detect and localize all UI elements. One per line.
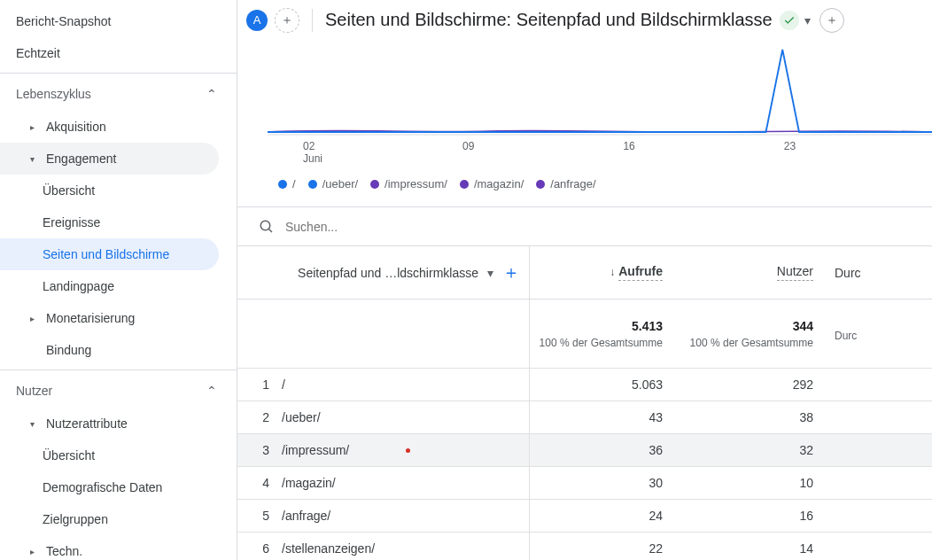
- row-nutzer: 16: [680, 509, 831, 523]
- chevron-up-icon: ⌃: [206, 384, 217, 398]
- row-path: /stellenanzeigen/: [282, 533, 530, 560]
- collapse-icon: ▾: [30, 419, 41, 429]
- chevron-down-icon[interactable]: ▾: [487, 266, 493, 280]
- divider: [0, 73, 237, 74]
- sidebar-item-realtime[interactable]: Echtzeit: [0, 37, 219, 69]
- chevron-down-icon[interactable]: ▾: [804, 13, 811, 27]
- main: A ＋ Seiten und Bildschirme: Seitenpfad u…: [237, 0, 932, 560]
- dimension-label: Seitenpfad und …ldschirmklasse: [298, 266, 478, 280]
- row-aufrufe: 43: [530, 410, 680, 424]
- topbar: A ＋ Seiten und Bildschirme: Seitenpfad u…: [237, 0, 932, 41]
- sort-desc-icon: ↓: [610, 266, 615, 278]
- row-aufrufe: 5.063: [530, 377, 680, 392]
- row-index: 2: [237, 410, 282, 424]
- sidebar-item-overview[interactable]: Übersicht: [0, 175, 219, 206]
- table-row[interactable]: 3/impressum/3632: [237, 434, 932, 467]
- table-row[interactable]: 2/ueber/4338: [237, 401, 932, 434]
- row-path: /ueber/: [282, 401, 530, 433]
- chart-legend: //ueber//impressum//magazin//anfrage/: [268, 165, 932, 199]
- column-header-extra[interactable]: Durc: [831, 266, 893, 280]
- sidebar-item-events[interactable]: Ereignisse: [0, 206, 219, 238]
- search-input[interactable]: [285, 220, 932, 234]
- sidebar-item-report-snapshot[interactable]: Bericht-Snapshot: [0, 5, 219, 37]
- legend-item[interactable]: /magazin/: [460, 177, 524, 191]
- line-chart: [268, 41, 932, 138]
- row-nutzer: 292: [680, 377, 831, 392]
- page-title: Seiten und Bildschirme: Seitenpfad und B…: [325, 10, 773, 30]
- sidebar-item-demographics[interactable]: Demografische Daten: [0, 471, 219, 503]
- sidebar-item-landingpage[interactable]: Landingpage: [0, 270, 219, 302]
- divider: [312, 9, 313, 32]
- legend-item[interactable]: /impressum/: [370, 177, 447, 191]
- verified-icon[interactable]: [780, 11, 799, 30]
- row-nutzer: 38: [680, 410, 831, 424]
- row-nutzer: 10: [680, 476, 831, 490]
- table-row[interactable]: 1/5.063292: [237, 369, 932, 401]
- row-aufrufe: 30: [530, 476, 680, 490]
- search-row: [237, 207, 932, 246]
- chart-x-axis: 02 Juni 09 16 23: [268, 140, 932, 165]
- row-index: 1: [237, 377, 282, 392]
- sidebar-item-tech[interactable]: ▸Techn.: [0, 535, 219, 560]
- row-aufrufe: 22: [530, 541, 680, 556]
- summary-row: 5.413 100 % der Gesamtsumme 344 100 % de…: [237, 299, 932, 369]
- sidebar-item-monetization[interactable]: ▸Monetarisierung: [0, 302, 219, 334]
- row-path: /magazin/: [282, 467, 530, 499]
- sidebar: Bericht-Snapshot Echtzeit Lebenszyklus ⌃…: [0, 0, 237, 560]
- legend-item[interactable]: /anfrage/: [536, 177, 595, 191]
- column-header-aufrufe[interactable]: ↓Aufrufe: [530, 264, 680, 281]
- row-aufrufe: 24: [530, 509, 680, 523]
- column-header-nutzer[interactable]: Nutzer: [680, 264, 831, 281]
- table-row[interactable]: 6/stellenanzeigen/2214: [237, 533, 932, 560]
- expand-icon: ▸: [30, 314, 41, 323]
- sidebar-item-user-attributes[interactable]: ▾Nutzerattribute: [0, 408, 219, 439]
- sidebar-item-pages-screens[interactable]: Seiten und Bildschirme: [0, 238, 219, 270]
- search-icon: [259, 219, 275, 235]
- row-index: 3: [237, 443, 282, 457]
- chart: 02 Juni 09 16 23 //ueber//impressum//mag…: [237, 41, 932, 207]
- sidebar-item-user-overview[interactable]: Übersicht: [0, 439, 219, 471]
- indicator-dot: [406, 448, 410, 453]
- sidebar-item-acquisition[interactable]: ▸Akquisition: [0, 111, 219, 143]
- row-aufrufe: 36: [530, 443, 680, 457]
- add-comparison-button[interactable]: ＋: [275, 8, 299, 33]
- table-row[interactable]: 4/magazin/3010: [237, 467, 932, 500]
- chevron-up-icon: ⌃: [206, 87, 217, 101]
- svg-line-2: [268, 229, 272, 232]
- avatar[interactable]: A: [246, 10, 268, 31]
- expand-icon: ▸: [30, 122, 41, 132]
- sidebar-item-audiences[interactable]: Zielgruppen: [0, 503, 219, 535]
- legend-item[interactable]: /: [278, 177, 296, 191]
- sidebar-item-engagement[interactable]: ▾Engagement: [0, 143, 219, 175]
- svg-point-1: [260, 221, 270, 230]
- add-dimension-button[interactable]: ＋: [502, 261, 520, 284]
- add-button[interactable]: ＋: [819, 8, 844, 33]
- legend-item[interactable]: /ueber/: [308, 177, 358, 191]
- summary-aufrufe: 5.413: [530, 319, 663, 333]
- row-index: 4: [237, 476, 282, 490]
- summary-nutzer: 344: [680, 319, 813, 333]
- row-path: /: [282, 369, 530, 401]
- sidebar-group-lifecycle[interactable]: Lebenszyklus ⌃: [0, 77, 237, 111]
- sidebar-group-user[interactable]: Nutzer ⌃: [0, 374, 237, 408]
- table-header: Seitenpfad und …ldschirmklasse ▾ ＋ ↓Aufr…: [237, 246, 932, 299]
- row-nutzer: 14: [680, 541, 831, 556]
- row-index: 5: [237, 509, 282, 523]
- row-path: /anfrage/: [282, 500, 530, 532]
- row-index: 6: [237, 541, 282, 556]
- table-row[interactable]: 5/anfrage/2416: [237, 500, 932, 533]
- data-table: Seitenpfad und …ldschirmklasse ▾ ＋ ↓Aufr…: [237, 246, 932, 560]
- row-nutzer: 32: [680, 443, 831, 457]
- expand-icon: ▸: [30, 547, 41, 556]
- divider: [0, 369, 237, 370]
- collapse-icon: ▾: [30, 154, 41, 164]
- sidebar-item-retention[interactable]: Bindung: [0, 334, 219, 366]
- row-path: /impressum/: [282, 434, 530, 466]
